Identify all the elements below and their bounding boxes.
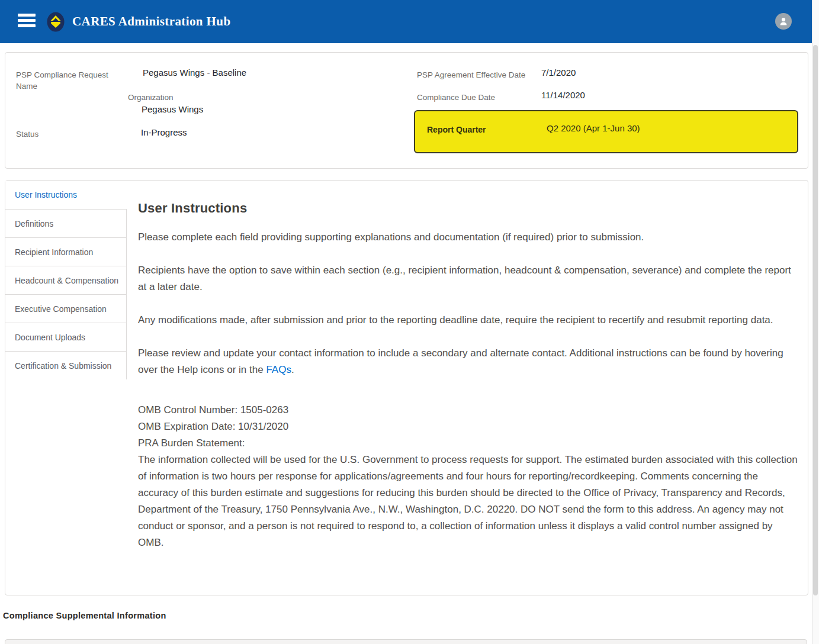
tab-certification-submission[interactable]: Certification & Submission: [5, 351, 127, 379]
vertical-scrollbar-track[interactable]: [812, 0, 819, 644]
due-date-value: 11/14/2020: [541, 89, 585, 101]
pra-burden-statement: The information collected will be used f…: [138, 452, 800, 551]
report-sections-panel: User Instructions Definitions Recipient …: [5, 180, 808, 595]
tab-document-uploads[interactable]: Document Uploads: [5, 323, 127, 351]
tab-recipient-information[interactable]: Recipient Information: [5, 237, 127, 266]
supplemental-panel-header[interactable]: [5, 639, 807, 644]
omb-statement-block: OMB Control Number: 1505-0263 OMB Expira…: [138, 402, 800, 551]
instruction-paragraph: Please complete each field providing sup…: [138, 229, 800, 246]
tab-headcount-compensation[interactable]: Headcount & Compensation: [5, 266, 127, 294]
hamburger-menu-icon[interactable]: [18, 14, 36, 29]
app-title: CARES Administration Hub: [72, 0, 231, 43]
content-heading: User Instructions: [138, 201, 800, 216]
status-value: In-Progress: [141, 127, 187, 139]
status-label: Status: [16, 128, 38, 140]
top-navbar: CARES Administration Hub: [0, 0, 812, 43]
tab-user-instructions[interactable]: User Instructions: [5, 181, 127, 209]
supplemental-section-title: Compliance Supplemental Information: [3, 611, 166, 620]
organization-label: Organization: [128, 92, 174, 103]
compliance-summary-panel: PSP Compliance Request Name Pegasus Wing…: [5, 52, 808, 169]
pra-burden-title: PRA Burden Statement:: [138, 435, 800, 452]
contact-paragraph: Please review and update your contact in…: [138, 345, 800, 378]
request-name-value: Pegasus Wings - Baseline: [143, 67, 246, 79]
report-quarter-value: Q2 2020 (Apr 1-Jun 30): [547, 123, 640, 133]
vertical-scrollbar-thumb[interactable]: [813, 45, 818, 595]
organization-value: Pegasus Wings: [142, 104, 203, 115]
due-date-label: Compliance Due Date: [417, 92, 495, 103]
tab-definitions[interactable]: Definitions: [5, 209, 127, 237]
section-tab-list: User Instructions Definitions Recipient …: [5, 181, 127, 379]
omb-expiration-date: OMB Expiration Date: 10/31/2020: [138, 418, 800, 435]
tab-executive-compensation[interactable]: Executive Compensation: [5, 294, 127, 323]
cares-logo-icon: [45, 11, 66, 33]
instruction-paragraph: Recipients have the option to save withi…: [138, 262, 800, 295]
omb-control-number: OMB Control Number: 1505-0263: [138, 402, 800, 418]
report-quarter-label: Report Quarter: [427, 125, 486, 134]
effective-date-value: 7/1/2020: [541, 67, 576, 79]
contact-paragraph-text: Please review and update your contact in…: [138, 347, 783, 375]
faqs-link[interactable]: FAQs: [266, 364, 291, 375]
instruction-paragraph: Any modifications made, after submission…: [138, 312, 800, 329]
effective-date-label: PSP Agreement Effective Date: [417, 69, 525, 80]
report-quarter-highlight: Report Quarter Q2 2020 (Apr 1-Jun 30): [414, 110, 798, 153]
user-avatar-icon[interactable]: [775, 13, 792, 30]
contact-paragraph-period: .: [291, 364, 294, 375]
request-name-label: PSP Compliance Request Name: [16, 69, 111, 92]
tab-content-user-instructions: User Instructions Please complete each f…: [138, 181, 800, 568]
